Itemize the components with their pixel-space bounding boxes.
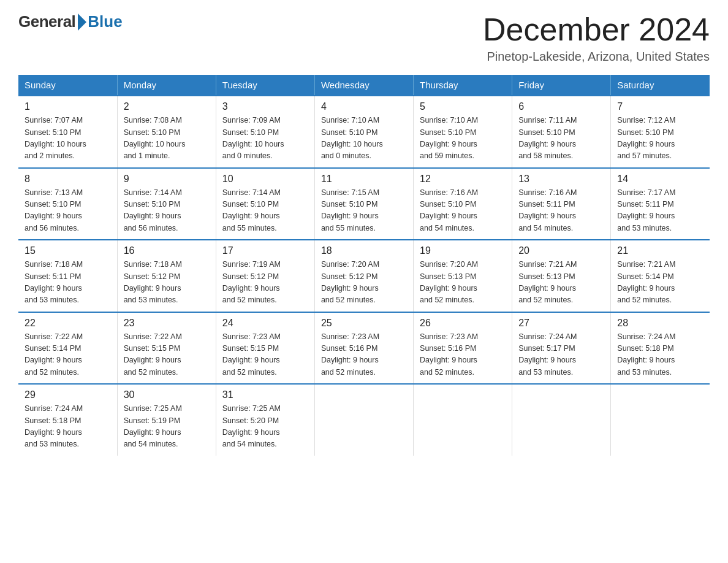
calendar-cell: 12Sunrise: 7:16 AMSunset: 5:10 PMDayligh… — [414, 168, 512, 240]
daylight-info-line2: and 57 minutes. — [617, 151, 672, 160]
daylight-info-line1: Daylight: 10 hours — [321, 140, 383, 148]
calendar-cell: 4Sunrise: 7:10 AMSunset: 5:10 PMDaylight… — [314, 96, 413, 168]
sunrise-info: Sunrise: 7:10 AM — [420, 116, 478, 124]
sunset-info: Sunset: 5:15 PM — [222, 344, 279, 353]
day-number: 29 — [25, 389, 111, 400]
day-info: Sunrise: 7:19 AMSunset: 5:12 PMDaylight:… — [222, 259, 308, 307]
day-number: 15 — [25, 245, 111, 256]
daylight-info-line2: and 52 minutes. — [25, 368, 79, 377]
calendar-cell: 5Sunrise: 7:10 AMSunset: 5:10 PMDaylight… — [414, 96, 512, 168]
daylight-info-line1: Daylight: 9 hours — [124, 428, 181, 437]
sunset-info: Sunset: 5:13 PM — [518, 272, 575, 281]
day-info: Sunrise: 7:21 AMSunset: 5:13 PMDaylight:… — [518, 259, 604, 307]
sunrise-info: Sunrise: 7:15 AM — [321, 188, 379, 197]
sunrise-info: Sunrise: 7:23 AM — [420, 332, 478, 341]
daylight-info-line1: Daylight: 9 hours — [420, 284, 477, 293]
calendar-cell: 21Sunrise: 7:21 AMSunset: 5:14 PMDayligh… — [611, 240, 710, 312]
calendar-cell: 27Sunrise: 7:24 AMSunset: 5:17 PMDayligh… — [512, 312, 611, 385]
day-number: 4 — [321, 101, 407, 112]
sunset-info: Sunset: 5:12 PM — [321, 272, 377, 281]
daylight-info-line1: Daylight: 9 hours — [518, 212, 576, 220]
day-info: Sunrise: 7:24 AMSunset: 5:17 PMDaylight:… — [518, 331, 604, 379]
day-info: Sunrise: 7:23 AMSunset: 5:16 PMDaylight:… — [321, 331, 407, 379]
daylight-info-line1: Daylight: 9 hours — [420, 140, 477, 148]
day-number: 7 — [617, 101, 703, 112]
calendar-cell: 24Sunrise: 7:23 AMSunset: 5:15 PMDayligh… — [216, 312, 314, 385]
day-number: 27 — [518, 318, 604, 329]
daylight-info-line2: and 53 minutes. — [124, 296, 178, 304]
day-number: 2 — [124, 101, 210, 112]
sunset-info: Sunset: 5:13 PM — [420, 272, 476, 281]
day-info: Sunrise: 7:08 AMSunset: 5:10 PMDaylight:… — [124, 115, 210, 163]
day-info: Sunrise: 7:12 AMSunset: 5:10 PMDaylight:… — [617, 115, 703, 163]
day-info: Sunrise: 7:23 AMSunset: 5:16 PMDaylight:… — [420, 331, 506, 379]
day-header-monday: Monday — [117, 75, 216, 96]
day-info: Sunrise: 7:23 AMSunset: 5:15 PMDaylight:… — [222, 331, 308, 379]
logo-general-text: General — [18, 12, 75, 31]
sunset-info: Sunset: 5:10 PM — [321, 128, 377, 137]
daylight-info-line1: Daylight: 9 hours — [222, 212, 280, 220]
calendar-cell: 20Sunrise: 7:21 AMSunset: 5:13 PMDayligh… — [512, 240, 611, 312]
day-number: 18 — [321, 245, 407, 256]
sunrise-info: Sunrise: 7:08 AM — [124, 116, 182, 124]
sunset-info: Sunset: 5:17 PM — [518, 344, 575, 353]
calendar-week-row: 15Sunrise: 7:18 AMSunset: 5:11 PMDayligh… — [18, 240, 710, 312]
sunrise-info: Sunrise: 7:18 AM — [25, 260, 83, 269]
daylight-info-line1: Daylight: 9 hours — [518, 356, 576, 364]
day-number: 14 — [617, 174, 703, 185]
day-number: 26 — [420, 318, 506, 329]
daylight-info-line2: and 53 minutes. — [25, 440, 79, 448]
sunset-info: Sunset: 5:10 PM — [25, 200, 81, 209]
sunset-info: Sunset: 5:12 PM — [222, 272, 279, 281]
day-header-friday: Friday — [512, 75, 611, 96]
sunrise-info: Sunrise: 7:25 AM — [124, 404, 182, 413]
sunrise-info: Sunrise: 7:19 AM — [222, 260, 281, 269]
calendar-week-row: 8Sunrise: 7:13 AMSunset: 5:10 PMDaylight… — [18, 168, 710, 240]
day-number: 5 — [420, 101, 506, 112]
daylight-info-line1: Daylight: 9 hours — [617, 356, 675, 364]
day-info: Sunrise: 7:22 AMSunset: 5:14 PMDaylight:… — [25, 331, 111, 379]
day-number: 31 — [222, 389, 308, 400]
daylight-info-line1: Daylight: 9 hours — [321, 212, 379, 220]
day-number: 30 — [124, 389, 210, 400]
logo-blue-text: Blue — [88, 12, 122, 31]
day-header-tuesday: Tuesday — [216, 75, 314, 96]
title-block: December 2024 Pinetop-Lakeside, Arizona,… — [483, 12, 710, 64]
calendar-cell: 23Sunrise: 7:22 AMSunset: 5:15 PMDayligh… — [117, 312, 216, 385]
calendar-subtitle: Pinetop-Lakeside, Arizona, United States — [483, 50, 710, 64]
calendar-cell: 9Sunrise: 7:14 AMSunset: 5:10 PMDaylight… — [117, 168, 216, 240]
day-number: 20 — [518, 245, 604, 256]
daylight-info-line2: and 54 minutes. — [222, 440, 277, 448]
sunrise-info: Sunrise: 7:16 AM — [420, 188, 478, 197]
day-info: Sunrise: 7:13 AMSunset: 5:10 PMDaylight:… — [25, 187, 111, 235]
sunrise-info: Sunrise: 7:12 AM — [617, 116, 675, 124]
sunrise-info: Sunrise: 7:14 AM — [124, 188, 182, 197]
day-info: Sunrise: 7:14 AMSunset: 5:10 PMDaylight:… — [222, 187, 308, 235]
sunrise-info: Sunrise: 7:09 AM — [222, 116, 281, 124]
sunrise-info: Sunrise: 7:20 AM — [321, 260, 379, 269]
calendar-cell: 11Sunrise: 7:15 AMSunset: 5:10 PMDayligh… — [314, 168, 413, 240]
daylight-info-line1: Daylight: 9 hours — [321, 284, 379, 293]
daylight-info-line1: Daylight: 9 hours — [25, 212, 82, 220]
daylight-info-line2: and 52 minutes. — [222, 296, 277, 304]
day-header-thursday: Thursday — [414, 75, 512, 96]
day-info: Sunrise: 7:10 AMSunset: 5:10 PMDaylight:… — [321, 115, 407, 163]
day-number: 8 — [25, 174, 111, 185]
daylight-info-line1: Daylight: 9 hours — [617, 284, 675, 293]
calendar-cell: 10Sunrise: 7:14 AMSunset: 5:10 PMDayligh… — [216, 168, 314, 240]
day-info: Sunrise: 7:15 AMSunset: 5:10 PMDaylight:… — [321, 187, 407, 235]
daylight-info-line2: and 53 minutes. — [25, 296, 79, 304]
day-number: 9 — [124, 174, 210, 185]
calendar-cell: 7Sunrise: 7:12 AMSunset: 5:10 PMDaylight… — [611, 96, 710, 168]
day-info: Sunrise: 7:18 AMSunset: 5:11 PMDaylight:… — [25, 259, 111, 307]
sunset-info: Sunset: 5:10 PM — [321, 200, 377, 209]
calendar-cell: 29Sunrise: 7:24 AMSunset: 5:18 PMDayligh… — [18, 384, 117, 456]
calendar-header-row: SundayMondayTuesdayWednesdayThursdayFrid… — [18, 75, 710, 96]
calendar-cell: 2Sunrise: 7:08 AMSunset: 5:10 PMDaylight… — [117, 96, 216, 168]
sunset-info: Sunset: 5:15 PM — [124, 344, 180, 353]
sunset-info: Sunset: 5:10 PM — [124, 200, 180, 209]
sunset-info: Sunset: 5:12 PM — [124, 272, 180, 281]
day-info: Sunrise: 7:09 AMSunset: 5:10 PMDaylight:… — [222, 115, 308, 163]
calendar-cell — [611, 384, 710, 456]
calendar-cell: 15Sunrise: 7:18 AMSunset: 5:11 PMDayligh… — [18, 240, 117, 312]
